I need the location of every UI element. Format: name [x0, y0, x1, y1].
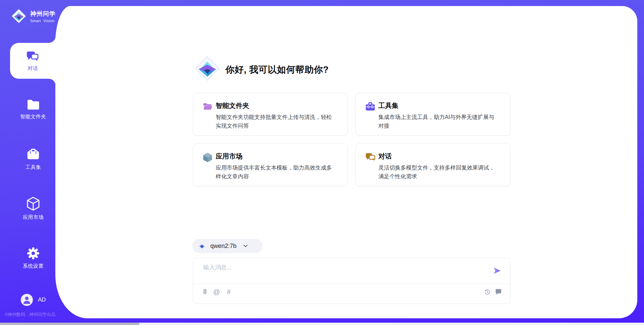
composer-divider [193, 283, 510, 284]
tab-notch-top [49, 36, 56, 43]
card-app-market[interactable]: 应用市场 应用市场提供丰富长文本模板，助力高效生成多样化文章内容 [193, 143, 348, 186]
sidebar-item-label: 对话 [28, 65, 38, 72]
sidebar-item-folders[interactable]: 智能文件夹 [11, 99, 55, 120]
sidebar-item-tools[interactable]: 工具集 [11, 148, 55, 171]
card-description: 智能文件夹功能支持批量文件上传与清洗，轻松实现文件问答 [216, 113, 335, 130]
brand: 神州问学 Smart Vision [11, 8, 56, 24]
sidebar-item-label: 应用市场 [23, 214, 44, 220]
card-chat[interactable]: 对话 灵活切换多模型文件，支持多样回复效果调试，满足个性化需求 [356, 143, 511, 186]
card-smart-folders[interactable]: 智能文件夹 智能文件夹功能支持批量文件上传与清洗，轻松实现文件问答 [193, 93, 348, 136]
sidebar-item-market[interactable]: 应用市场 [11, 196, 55, 220]
greeting-title: 你好, 我可以如何帮助你? [225, 64, 329, 76]
chat-bubbles-icon [26, 50, 40, 63]
mention-icon[interactable]: @ [213, 288, 220, 296]
sidebar-item-chat[interactable]: 对话 [10, 43, 56, 79]
horizontal-scrollbar[interactable] [0, 323, 644, 325]
person-icon [21, 294, 33, 306]
cube-icon [26, 196, 40, 211]
copyright-footer: ©神州数码 · 神州问学出品 [5, 312, 55, 318]
folder-open-icon [203, 102, 213, 112]
card-title: 应用市场 [216, 152, 243, 161]
chevron-down-icon [243, 243, 249, 249]
user-name: AD [38, 297, 46, 303]
model-gem-logo-icon [198, 242, 206, 250]
card-description: 集成市场上主流工具，助力AI与外界无缝扩展与对接 [378, 113, 498, 130]
brand-gem-logo-icon [11, 8, 26, 24]
brand-subtitle: Smart Vision [30, 19, 56, 23]
model-name: qwen2:7b [210, 243, 236, 250]
attach-icon[interactable] [201, 288, 209, 296]
message-composer: @ # [193, 258, 511, 304]
brand-name: 神州问学 [30, 10, 56, 18]
model-selector[interactable]: qwen2:7b [192, 239, 263, 253]
card-title: 对话 [378, 152, 392, 161]
sidebar-item-label: 系统设置 [23, 263, 44, 269]
user-account[interactable]: AD [21, 294, 46, 306]
toolbox-icon [365, 102, 375, 112]
sidebar-item-label: 智能文件夹 [20, 114, 46, 120]
card-toolset[interactable]: 工具集 集成市场上主流工具，助力AI与外界无缝扩展与对接 [356, 93, 511, 136]
cube-icon [203, 152, 213, 162]
card-description: 灵活切换多模型文件，支持多样回复效果调试，满足个性化需求 [378, 163, 498, 181]
comment-icon[interactable] [495, 288, 502, 296]
card-description: 应用市场提供丰富长文本模板，助力高效生成多样化文章内容 [216, 163, 335, 181]
scrollbar-thumb[interactable] [0, 323, 139, 325]
app-window: { "brand": { "name": "神州问学", "subtitle":… [0, 0, 644, 325]
card-title: 智能文件夹 [216, 101, 249, 110]
tab-notch-bottom [49, 79, 56, 86]
card-title: 工具集 [378, 101, 398, 110]
history-icon[interactable] [484, 289, 491, 296]
folder-icon [26, 99, 40, 111]
gear-icon [26, 247, 40, 260]
greeting-gem-logo-icon [194, 54, 221, 82]
chat-bubbles-icon [365, 152, 375, 162]
toolbox-icon [26, 148, 40, 161]
hash-icon[interactable]: # [225, 288, 232, 296]
sidebar-item-settings[interactable]: 系统设置 [11, 247, 55, 269]
sidebar-item-label: 工具集 [25, 164, 41, 171]
send-icon[interactable] [493, 266, 501, 275]
message-input[interactable] [203, 263, 478, 281]
